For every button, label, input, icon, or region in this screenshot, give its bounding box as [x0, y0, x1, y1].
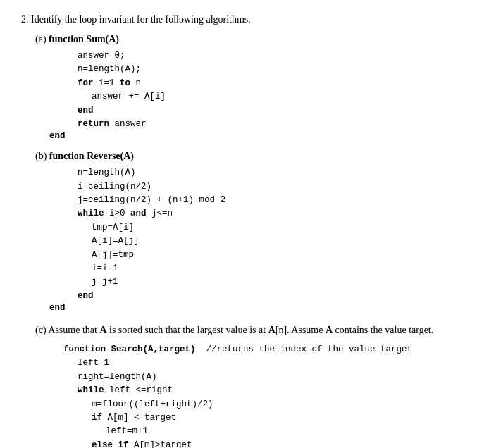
code-line: return answer: [78, 118, 468, 131]
part-a: (a) function Sum(A) answer=0; n=length(A…: [35, 34, 468, 141]
problem-number: 2.: [21, 14, 29, 25]
code-line: i=ceiling(n/2): [78, 180, 468, 194]
part-a-end: end: [49, 131, 468, 141]
code-line: if A[m] < target: [92, 411, 468, 425]
part-b: (b) function Reverse(A) n=length(A) i=ce…: [35, 151, 468, 313]
code-line: function Search(A,target) //returns the …: [63, 343, 468, 356]
part-c-code: function Search(A,target) //returns the …: [63, 343, 468, 448]
code-line: A[i]=A[j]: [92, 235, 468, 248]
part-a-label: (a) function Sum(A): [35, 34, 468, 45]
part-a-code: answer=0; n=length(A); for i=1 to n answ…: [78, 49, 468, 131]
code-line: else if A[m]>target: [92, 439, 468, 448]
code-line: answer=0;: [78, 49, 468, 63]
code-line: while left <=right: [78, 384, 468, 397]
part-c: (c) Assume that A is sorted such that th…: [35, 323, 468, 448]
code-line: m=floor((left+right)/2): [92, 398, 468, 411]
code-line: answer += A[i]: [92, 90, 468, 104]
code-line: tmp=A[i]: [92, 221, 468, 235]
code-line: j=ceiling(n/2) + (n+1) mod 2: [78, 194, 468, 207]
code-line: end: [78, 104, 468, 118]
code-line: j=j+1: [92, 275, 468, 289]
part-b-end: end: [49, 303, 468, 313]
part-c-description: (c) Assume that A is sorted such that th…: [35, 323, 468, 337]
problem-header: 2. Identify the loop invariant for the f…: [21, 14, 468, 25]
code-line: n=length(A);: [78, 63, 468, 76]
code-line: A[j]=tmp: [92, 249, 468, 262]
code-line: while i>0 and j<=n: [78, 207, 468, 220]
part-b-label: (b) function Reverse(A): [35, 151, 468, 162]
code-line: n=length(A): [78, 166, 468, 180]
code-line: right=length(A): [78, 371, 468, 384]
code-line: for i=1 to n: [78, 77, 468, 90]
code-line: left=1: [78, 356, 468, 370]
code-line: left=m+1: [106, 425, 468, 438]
part-b-code: n=length(A) i=ceiling(n/2) j=ceiling(n/2…: [78, 166, 468, 303]
problem-description: Identify the loop invariant for the foll…: [31, 14, 251, 25]
code-line: i=i-1: [92, 262, 468, 275]
code-line: end: [78, 290, 468, 303]
